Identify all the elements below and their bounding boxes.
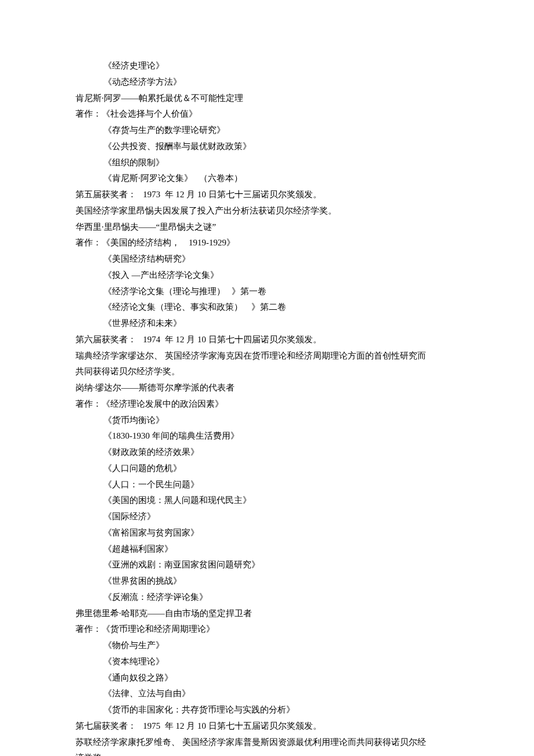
text-line: 《资本纯理论》	[75, 654, 459, 670]
text-line: 《世界经济和未来》	[75, 316, 459, 332]
text-line: 苏联经济学家康托罗维奇、 美国经济学家库普曼斯因资源最优利用理论而共同获得诺贝尔…	[75, 735, 459, 751]
text-line: 《投入 —产出经济学论文集》	[75, 267, 459, 284]
text-line: 《世界贫困的挑战》	[75, 573, 459, 589]
text-line: 《反潮流：经济学评论集》	[75, 589, 459, 606]
text-line: 《经济史理论》	[75, 58, 459, 74]
text-line: 著作：《美国的经济结构， 1919-1929》	[75, 235, 459, 251]
text-line: 著作：《货币理论和经济周期理论》	[75, 621, 459, 638]
text-line: 《人口问题的危机》	[75, 461, 459, 477]
text-line: 《美国经济结构研究》	[75, 251, 459, 267]
text-line: 《人口：一个民生问题》	[75, 477, 459, 493]
text-line: 《肯尼斯·阿罗论文集》 （六卷本）	[75, 171, 459, 187]
text-line: 《国际经济》	[75, 509, 459, 525]
text-line: 著作：《社会选择与个人价值》	[75, 106, 459, 122]
text-line: 《财政政策的经济效果》	[75, 444, 459, 461]
text-line: 第五届获奖者： 1973 年 12 月 10 日第七十三届诺贝尔奖颁发。	[75, 187, 459, 203]
text-line: 济学奖。	[75, 750, 459, 756]
text-line: 《通向奴役之路》	[75, 670, 459, 686]
text-line: 肯尼斯·阿罗——帕累托最优＆不可能性定理	[75, 91, 459, 107]
text-line: 《经济学论文集（理论与推理） 》第一卷	[75, 284, 459, 300]
document-page: 《经济史理论》《动态经济学方法》肯尼斯·阿罗——帕累托最优＆不可能性定理著作：《…	[0, 0, 534, 756]
text-line: 著作：《经济理论发展中的政治因素》	[75, 396, 459, 413]
text-line: 第六届获奖者： 1974 年 12 月 10 日第七十四届诺贝尔奖颁发。	[75, 332, 459, 348]
text-line: 弗里德里希·哈耶克——自由市场的坚定捍卫者	[75, 606, 459, 622]
text-line: 岗纳·缪达尔——斯德哥尔摩学派的代表者	[75, 380, 459, 396]
text-line: 《亚洲的戏剧：南亚国家贫困问题研究》	[75, 557, 459, 573]
text-line: 华西里·里昂惕夫——“里昂惕夫之谜”	[75, 219, 459, 236]
text-line: 《公共投资、报酬率与最优财政政策》	[75, 139, 459, 155]
text-line: 《存货与生产的数学理论研究》	[75, 122, 459, 139]
text-line: 《美国的困境：黑人问题和现代民主》	[75, 493, 459, 509]
text-line: 《富裕国家与贫穷国家》	[75, 525, 459, 541]
text-line: 第七届获奖者： 1975 年 12 月 10 日第七十五届诺贝尔奖颁发。	[75, 718, 459, 735]
text-line: 《经济论文集（理论、事实和政策） 》第二卷	[75, 299, 459, 316]
text-line: 《1830-1930 年间的瑞典生活费用》	[75, 428, 459, 444]
text-line: 《物价与生产》	[75, 638, 459, 654]
text-line: 《动态经济学方法》	[75, 74, 459, 91]
text-line: 《超越福利国家》	[75, 541, 459, 558]
text-line: 《法律、立法与自由》	[75, 686, 459, 702]
text-line: 瑞典经济学家缪达尔、 英国经济学家海克因在货币理论和经济周期理论方面的首创性研究…	[75, 348, 459, 364]
text-line: 《货币的非国家化：共存货币理论与实践的分析》	[75, 702, 459, 718]
text-line: 《货币均衡论》	[75, 413, 459, 429]
text-line: 共同获得诺贝尔经济学奖。	[75, 364, 459, 380]
text-line: 美国经济学家里昂惕夫因发展了投入产出分析法获诺贝尔经济学奖。	[75, 203, 459, 219]
text-line: 《组织的限制》	[75, 155, 459, 171]
